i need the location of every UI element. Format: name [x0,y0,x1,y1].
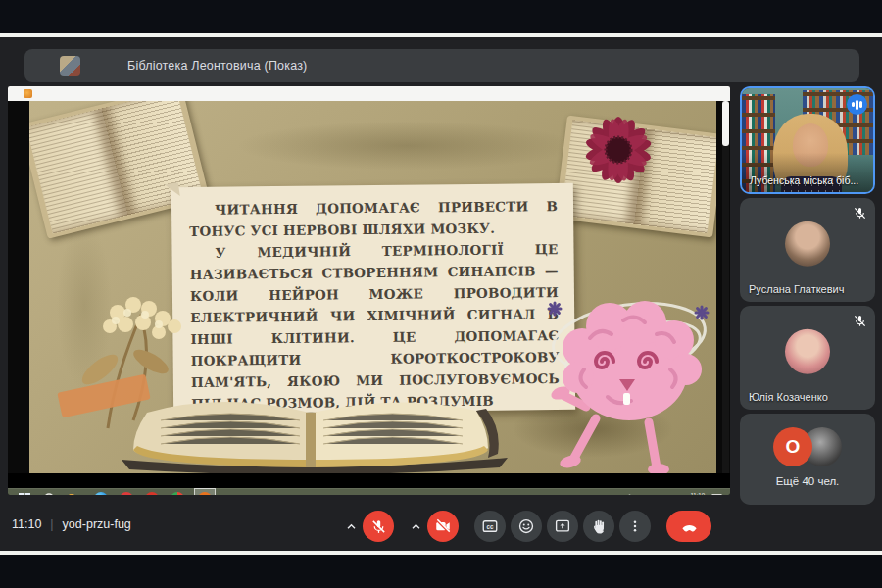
more-participants-count: Ещё 40 чел. [740,475,875,487]
meeting-code: yod-przu-fug [63,517,131,531]
end-call-icon [680,517,699,536]
taskbar-search-icon[interactable] [43,492,57,495]
more-options-button[interactable] [619,511,651,542]
participant-tile[interactable]: Юлія Козаченко [740,306,875,410]
window-titlebar [8,86,730,101]
more-options-icon [627,518,643,534]
window-app-icon [24,89,32,98]
camera-options-chevron[interactable] [410,511,422,542]
shared-app-icon [60,56,80,76]
slide-paragraph-1: ЧИТАННЯ ДОПОМАГАЄ ПРИВЕСТИ В ТОНУС УСІ Н… [189,195,558,242]
speaking-indicator-icon [847,94,867,115]
more-participants-tile[interactable]: О Ещё 40 чел. [740,414,875,505]
participant-tile-presenter[interactable]: Лубенська міська біб... [740,86,875,194]
shared-screen-title: Бібліотека Леонтовича (Показ) [127,59,308,73]
participant-label: Лубенська міська біб... [750,174,858,186]
camera-off-button[interactable] [427,511,459,542]
participant-name: Руслана Глаткевич [749,283,844,295]
meet-window: Бібліотека Леонтовича (Показ) [0,0,882,588]
window-content: ЧИТАННЯ ДОПОМАГАЄ ПРИВЕСТИ В ТОНУС УСІ Н… [8,101,730,473]
pressed-flower [575,101,662,197]
system-tray: УКР 11:10 23.04.2024 [612,492,722,495]
brain-character [539,279,716,473]
mic-options-chevron[interactable] [345,511,358,542]
avatar [785,220,830,266]
meeting-time: 11:10 [12,517,41,531]
scrollbar-thumb[interactable] [722,101,729,146]
mic-off-button[interactable] [363,511,394,542]
raise-hand-icon [591,518,608,535]
participant-name: Юлія Козаченко [749,391,828,403]
open-book-bottom [104,373,525,473]
reactions-button[interactable] [511,511,542,542]
meet-main-area: Бібліотека Леонтовича (Показ) [0,37,882,551]
meeting-info: 11:10 | yod-przu-fug [12,517,131,531]
presentation-title-bar: Бібліотека Леонтовича (Показ) [24,49,859,82]
avatar [785,328,830,373]
smiley-icon [517,517,535,535]
windows-taskbar: УКР 11:10 23.04.2024 [8,488,730,495]
participant-tile[interactable]: Руслана Глаткевич [740,198,875,302]
mic-muted-icon [853,314,867,328]
present-button[interactable] [547,511,578,542]
captions-button[interactable]: cc [474,511,506,542]
end-call-button[interactable] [666,511,711,542]
media-player-icon [198,492,212,495]
chrome-browser-icon[interactable] [171,492,184,495]
captions-icon: cc [481,517,499,535]
call-controls: cc [345,511,711,542]
camera-off-icon [434,517,452,535]
window-scrollbar[interactable] [722,101,729,473]
mic-off-icon [370,518,387,535]
present-screen-icon [554,517,571,535]
tray-time: 11:10 [690,492,705,495]
presentation-slide: ЧИТАННЯ ДОПОМАГАЄ ПРИВЕСТИ В ТОНУС УСІ Н… [29,101,716,473]
paper-fold [165,182,180,198]
svg-text:cc: cc [486,523,494,530]
opera-browser-icon[interactable] [120,492,133,495]
start-button-icon[interactable] [18,492,31,495]
bottom-letterbox [0,555,882,588]
participant-initial-badge: О [773,427,812,466]
tray-volume-icon[interactable] [640,495,650,496]
top-letterbox [0,0,882,33]
divider: | [50,517,53,531]
tray-mic-icon[interactable] [626,494,633,495]
shared-screen[interactable]: ЧИТАННЯ ДОПОМАГАЄ ПРИВЕСТИ В ТОНУС УСІ Н… [8,86,730,495]
notification-center-icon[interactable] [711,494,722,495]
mic-muted-icon [853,206,867,220]
edge-browser-icon[interactable] [94,492,108,495]
raise-hand-button[interactable] [583,511,614,542]
red-app-icon[interactable] [145,492,159,495]
tray-clock[interactable]: 11:10 23.04.2024 [675,492,705,495]
active-app-media-player[interactable] [194,488,216,495]
